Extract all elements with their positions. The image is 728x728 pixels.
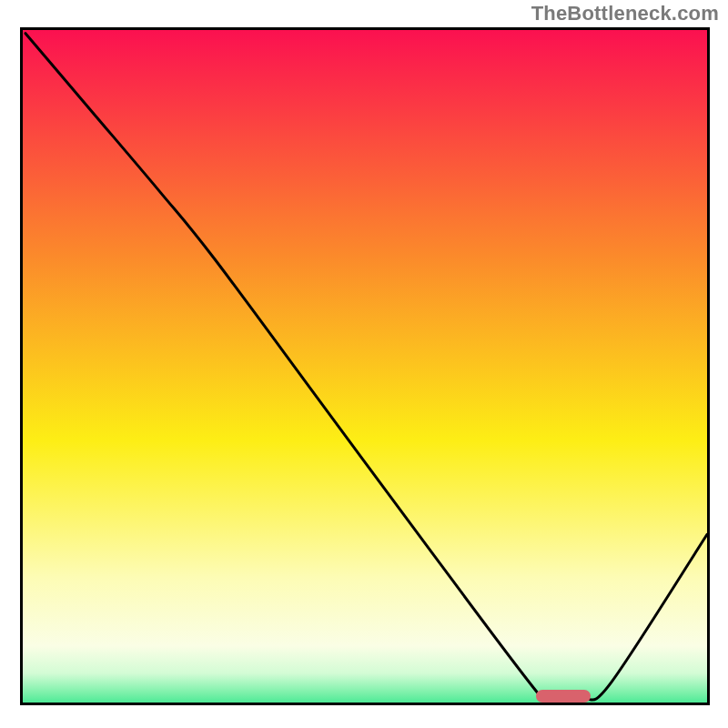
curve-line [25,34,707,703]
optimal-marker [536,690,591,703]
curve-layer [23,30,707,703]
chart-container: TheBottleneck.com [0,0,728,728]
plot-area [20,27,710,705]
watermark-label: TheBottleneck.com [531,2,719,25]
